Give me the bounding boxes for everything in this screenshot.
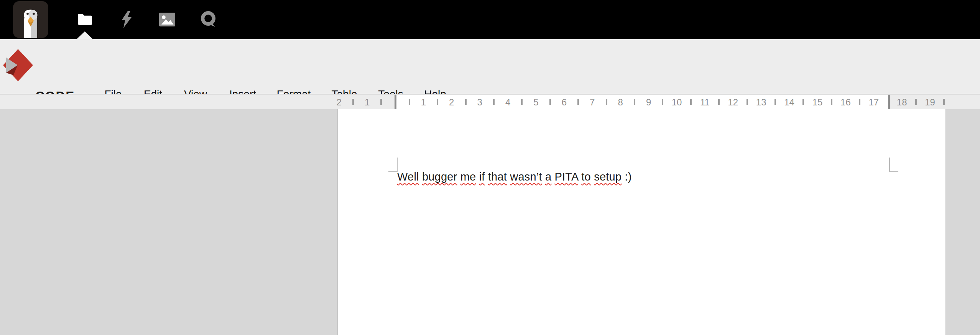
ruler: 1212345678910111213141516171819 [0,94,980,110]
text-boundary-corner-left [388,158,398,172]
ruler-number: 11 [700,95,710,109]
ruler-tick [549,99,551,105]
document-word: a [545,171,551,183]
ruler-number: 7 [590,95,595,109]
ruler-number: 13 [756,95,766,109]
code-diamond-icon [3,49,33,81]
ruler-tick [352,99,354,105]
lightning-icon [119,10,134,29]
document-word: wasn’t [510,171,542,183]
ruler-number: 12 [728,95,738,109]
ruler-number: 19 [925,95,935,109]
ruler-tick [718,99,720,105]
ruler-tick [437,99,438,105]
ruler-tick [690,99,692,105]
ruler-number: 15 [812,95,823,109]
search-q-icon [200,10,217,29]
ruler-left-margin-marker[interactable] [395,95,396,109]
ruler-number: 18 [897,95,907,109]
document-area: Well bugger me if that wasn’t a PITA to … [0,109,980,335]
ruler-tick [380,99,382,105]
ruler-tick [577,99,579,105]
ruler-number: 8 [618,95,623,109]
ruler-tick [493,99,495,105]
tab-search[interactable] [196,5,221,34]
ruler-number: 17 [868,95,879,109]
document-word: PITA [555,171,579,183]
document-text: Well bugger me if that wasn’t a PITA to … [397,171,632,183]
ruler-tick [915,99,917,105]
code-logo [3,49,33,81]
ruler-number: 1 [365,95,370,109]
folder-icon [77,13,93,26]
ruler-tick [409,99,410,105]
document-word: that [488,171,507,183]
ruler-number: 5 [533,95,538,109]
document-page[interactable]: Well bugger me if that wasn’t a PITA to … [337,109,946,335]
ruler-right-margin-marker[interactable] [888,95,890,109]
document-word: :) [625,171,631,183]
ruler-tick [662,99,663,105]
ruler-tick [606,99,607,105]
document-word: me [460,171,476,183]
ruler-number: 10 [672,95,682,109]
penguin-avatar-icon [13,1,48,38]
ruler-number: 1 [421,95,426,109]
avatar[interactable] [13,1,48,38]
ruler-tick [802,99,804,105]
top-bar [0,0,980,39]
document-word: to [581,171,591,183]
menu-toolbar-panel: CODE Collabora Online Development Editio… [0,39,980,94]
ruler-tick [943,99,945,105]
ruler-number: 2 [449,95,454,109]
ruler-number: 16 [840,95,851,109]
tab-activity[interactable] [114,5,139,34]
text-boundary-corner-right [889,158,898,172]
ruler-number: 6 [562,95,567,109]
ruler-number: 9 [646,95,651,109]
document-word: bugger [422,171,457,183]
ruler-tick [859,99,860,105]
document-word: Well [397,171,419,183]
ruler-tick [634,99,635,105]
ruler-number: 3 [477,95,482,109]
ruler-number: 14 [784,95,794,109]
ruler-tick [465,99,467,105]
image-tile-icon [158,12,176,27]
ruler-tick [747,99,748,105]
active-tab-notch [77,31,93,39]
document-word: if [479,171,485,183]
ruler-number: 2 [337,95,342,109]
ruler-tick [774,99,776,105]
ruler-number: 4 [505,95,510,109]
ruler-tick [831,99,832,105]
tab-gallery[interactable] [155,5,179,34]
ruler-tick [521,99,523,105]
document-word: setup [594,171,622,183]
tab-documents[interactable] [73,5,97,34]
